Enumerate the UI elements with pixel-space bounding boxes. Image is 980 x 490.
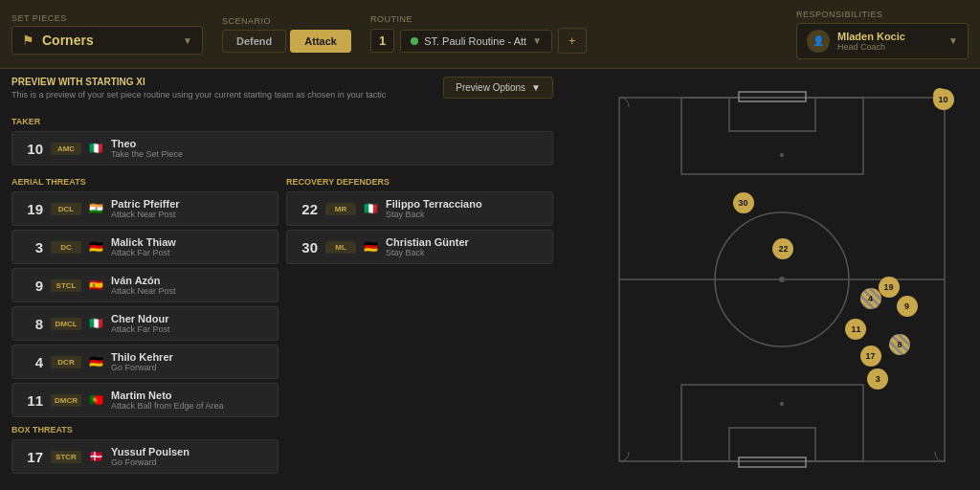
player-position: STCL: [51, 279, 81, 292]
routine-status-dot: [411, 37, 418, 45]
player-details: Yussuf Poulsen Go Forward: [111, 446, 268, 467]
pitch-player-p22: 22: [772, 238, 793, 259]
recovery-defender-card: 30 ML 🇩🇪 Christian Günter Stay Back: [286, 230, 553, 264]
set-pieces-label: SET PIECES: [11, 13, 203, 23]
aerial-threat-card: 19 DCL 🇮🇳 Patric Pfeiffer Attack Near Po…: [11, 191, 278, 226]
player-details: Patric Pfeiffer Attack Near Post: [111, 198, 268, 219]
pitch-player-p8: 8: [889, 334, 910, 355]
pitch-player-p30: 30: [733, 192, 754, 213]
player-flag: 🇮🇳: [89, 202, 103, 215]
player-number: 9: [22, 278, 43, 294]
main-content: PREVIEW WITH STARTING XI This is a previ…: [0, 69, 980, 490]
player-number: 11: [22, 392, 43, 409]
player-flag: 🇩🇪: [364, 240, 378, 254]
player-details: Thilo Kehrer Go Forward: [111, 351, 268, 372]
svg-point-11: [780, 153, 784, 157]
corners-icon: ⚑: [22, 33, 34, 48]
responsibilities-row[interactable]: 👤 Mladen Kocic Head Coach ▼: [796, 23, 969, 59]
pitch-player-p17: 17: [860, 345, 881, 367]
defend-button[interactable]: Defend: [222, 30, 286, 53]
scenario-buttons: Defend Attack: [222, 30, 351, 53]
player-action: Attack Near Post: [111, 210, 268, 219]
player-position: DMCR: [51, 394, 81, 407]
aerial-threat-card: 3 DC 🇩🇪 Malick Thiaw Attack Far Post: [11, 230, 278, 264]
taker-action: Take the Set Piece: [111, 149, 543, 159]
player-flag: 🇪🇸: [89, 278, 103, 292]
pitch-player-circle: 3: [867, 368, 888, 390]
player-number: 19: [22, 201, 43, 217]
player-action: Go Forward: [111, 363, 268, 372]
taker-details: Theo Take the Set Piece: [111, 138, 543, 159]
preview-options-chevron-icon: ▼: [531, 82, 541, 93]
responsibilities-section: RESPONSIBILITIES 👤 Mladen Kocic Head Coa…: [796, 10, 969, 59]
recovery-defender-card: 22 MR 🇮🇹 Filippo Terracciano Stay Back: [286, 191, 553, 226]
player-details: Iván Azón Attack Near Post: [111, 275, 268, 296]
routine-name-text: ST. Pauli Routine - Att: [424, 35, 526, 47]
player-position: DMCL: [51, 318, 81, 330]
player-details: Christian Günter Stay Back: [386, 236, 543, 257]
player-position: DCR: [51, 356, 81, 368]
set-pieces-dropdown[interactable]: ⚑ Corners ▼: [11, 26, 203, 55]
pitch-player-p3: 3: [867, 368, 888, 390]
player-name: Malick Thiaw: [111, 236, 268, 248]
set-pieces-section: SET PIECES ⚑ Corners ▼: [11, 13, 203, 55]
player-action: Attack Far Post: [111, 324, 268, 334]
player-details: Cher Ndour Attack Far Post: [111, 313, 268, 334]
player-flag: 🇩🇪: [89, 240, 103, 254]
coach-chevron-icon: ▼: [948, 35, 958, 46]
player-action: Attack Near Post: [111, 286, 268, 296]
taker-name: Theo: [111, 138, 543, 149]
aerial-threat-card: 4 DCR 🇩🇪 Thilo Kehrer Go Forward: [11, 345, 278, 379]
preview-subtitle: This is a preview of your set piece rout…: [11, 90, 386, 100]
two-col-layout: AERIAL THREATS 19 DCL 🇮🇳 Patric Pfeiffer…: [11, 169, 553, 478]
player-action: Attack Ball from Edge of Area: [111, 401, 268, 411]
routine-number: 1: [370, 29, 394, 53]
aerial-threats-col: AERIAL THREATS 19 DCL 🇮🇳 Patric Pfeiffer…: [11, 169, 278, 478]
box-threats-label: BOX THREATS: [11, 425, 278, 434]
chevron-down-icon: ▼: [183, 35, 192, 46]
player-flag: 🇩🇰: [89, 450, 103, 463]
routine-row: 1 ST. Pauli Routine - Att ▼ +: [370, 28, 777, 54]
coach-avatar: 👤: [807, 30, 830, 53]
player-number: 3: [22, 239, 43, 256]
left-panel: PREVIEW WITH STARTING XI This is a previ…: [0, 69, 565, 490]
player-name: Yussuf Poulsen: [111, 446, 268, 457]
player-flag: 🇮🇹: [364, 202, 378, 215]
aerial-threats-label: AERIAL THREATS: [11, 177, 278, 187]
pitch-player-circle: 30: [733, 192, 754, 213]
box-threat-card: 17 STCR 🇩🇰 Yussuf Poulsen Go Forward: [11, 439, 278, 474]
player-number: 4: [22, 354, 43, 370]
player-number: 22: [297, 201, 318, 217]
player-flag: 🇵🇹: [89, 393, 103, 407]
taker-position: AMC: [51, 143, 81, 155]
routine-label: ROUTINE: [370, 14, 777, 24]
pitch-player-circle: 11: [845, 319, 866, 340]
player-action: Stay Back: [386, 210, 543, 219]
player-name: Thilo Kehrer: [111, 351, 268, 363]
player-number: 17: [22, 449, 43, 465]
taker-card: 10 AMC 🇮🇹 Theo Take the Set Piece: [11, 131, 553, 166]
player-details: Martim Neto Attack Ball from Edge of Are…: [111, 390, 268, 411]
player-action: Attack Far Post: [111, 248, 268, 257]
pitch-player-circle: 17: [860, 345, 881, 367]
taker-number: 10: [22, 141, 43, 157]
pitch-svg: 10: [590, 88, 954, 471]
player-name: Iván Azón: [111, 275, 268, 286]
player-name: Patric Pfeiffer: [111, 198, 268, 210]
pitch-player-circle: 19: [879, 277, 900, 298]
pitch-player-p11: 11: [845, 319, 866, 340]
aerial-threats-list: 19 DCL 🇮🇳 Patric Pfeiffer Attack Near Po…: [11, 191, 278, 417]
aerial-threat-card: 8 DMCL 🇮🇹 Cher Ndour Attack Far Post: [11, 306, 278, 341]
attack-button[interactable]: Attack: [290, 30, 351, 53]
aerial-threat-card: 9 STCL 🇪🇸 Iván Azón Attack Near Post: [11, 268, 278, 302]
top-bar: SET PIECES ⚑ Corners ▼ SCENARIO Defend A…: [0, 0, 980, 69]
coach-role: Head Coach: [837, 42, 941, 52]
recovery-defenders-list: 22 MR 🇮🇹 Filippo Terracciano Stay Back 3…: [286, 191, 553, 264]
svg-point-12: [780, 402, 784, 406]
preview-options-button[interactable]: Preview Options ▼: [443, 77, 553, 99]
player-flag: 🇮🇹: [89, 317, 103, 330]
routine-name-box[interactable]: ST. Pauli Routine - Att ▼: [400, 30, 552, 53]
recovery-defenders-col: RECOVERY DEFENDERS 22 MR 🇮🇹 Filippo Terr…: [286, 169, 553, 478]
add-routine-button[interactable]: +: [558, 28, 587, 54]
pitch-player-circle: 9: [897, 296, 918, 317]
